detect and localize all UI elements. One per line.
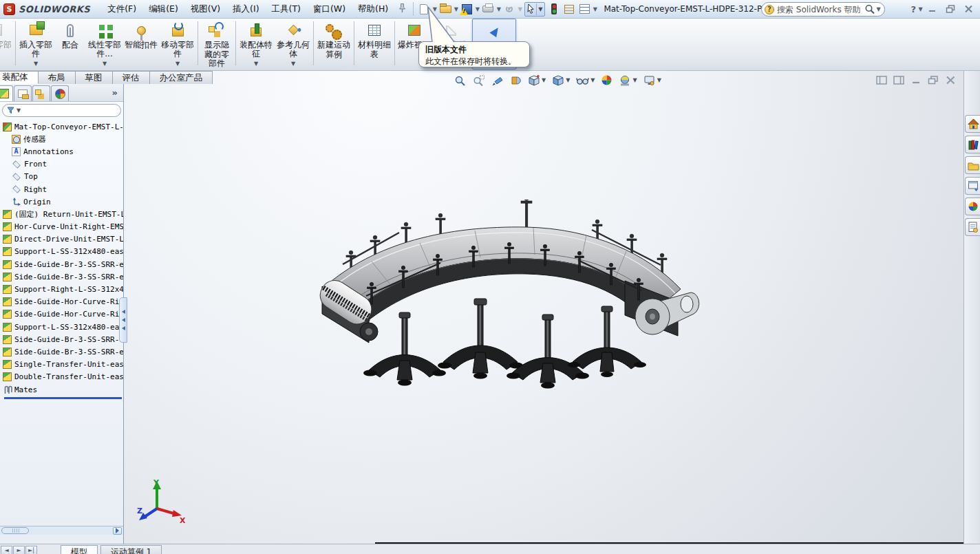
- tree-horizontal-scrollbar[interactable]: [0, 526, 123, 535]
- search-dropdown[interactable]: ▼: [875, 6, 882, 12]
- filter-dropdown[interactable]: ▼: [17, 107, 21, 114]
- print-dropdown[interactable]: ▼: [496, 6, 502, 12]
- tab-scroll-last[interactable]: ►|: [25, 546, 37, 554]
- menu-help[interactable]: 帮助(H): [352, 1, 394, 18]
- menu-window[interactable]: 窗口(W): [307, 1, 352, 18]
- tree-item-mates[interactable]: Mates: [3, 383, 123, 396]
- smart-fasteners-button[interactable]: 智能扣件: [123, 19, 159, 70]
- view-orientation-icon[interactable]: ▼: [526, 74, 547, 87]
- model-tab[interactable]: 模型: [61, 545, 98, 554]
- configuration-manager-tab[interactable]: [32, 85, 50, 101]
- display-manager-tab[interactable]: [51, 85, 69, 101]
- rollback-bar[interactable]: [4, 397, 122, 399]
- tree-item-front-plane[interactable]: Front: [3, 158, 123, 171]
- mate-button[interactable]: 配合: [54, 19, 86, 70]
- rebuild-traffic-light-icon[interactable]: [546, 1, 562, 17]
- tree-item-component[interactable]: Hor-Curve-Unit-Right-EMST: [3, 221, 123, 233]
- show-hidden-components-button[interactable]: 显示隐藏的零部件: [200, 19, 234, 70]
- reference-geometry-button[interactable]: 参考几何体▼: [275, 19, 312, 70]
- tree-item-component[interactable]: Side-Guide-Hor-Curve-Righ: [3, 296, 123, 308]
- file-properties-button[interactable]: [562, 1, 577, 17]
- print-button[interactable]: [480, 1, 496, 17]
- apply-scene-dropdown[interactable]: ▼: [632, 77, 637, 83]
- apply-scene-icon[interactable]: ▼: [617, 74, 638, 87]
- tree-item-component[interactable]: Side-Guide-Br-3-SS-SRR-ea: [3, 270, 123, 283]
- property-manager-tab[interactable]: [14, 85, 32, 101]
- edit-appearance-icon[interactable]: [599, 74, 614, 87]
- tree-item-component[interactable]: Support-L-SS-312x480-easy: [3, 321, 123, 333]
- linear-component-pattern-button[interactable]: 线性零部件...▼: [86, 19, 123, 70]
- panel-collapse-grip[interactable]: [119, 297, 127, 343]
- view-palette-icon[interactable]: [965, 177, 980, 195]
- tree-item-component[interactable]: Single-Transfer-Unit-easy: [3, 359, 123, 371]
- tree-filter-input[interactable]: ▼: [2, 104, 121, 117]
- collapse-left-pane-icon[interactable]: [875, 75, 888, 85]
- restore-doc-icon[interactable]: [927, 75, 939, 85]
- zoom-to-area-icon[interactable]: [471, 74, 487, 87]
- feature-manager-tab[interactable]: [0, 85, 13, 101]
- tree-item-component[interactable]: Direct-Drive-Unit-EMST-L-: [3, 233, 123, 246]
- tree-item-right-plane[interactable]: Right: [3, 183, 123, 195]
- tree-item-component[interactable]: (固定) Return-Unit-EMST-L: [3, 208, 123, 220]
- previous-view-icon[interactable]: [490, 74, 505, 87]
- view-orientation-dropdown[interactable]: ▼: [542, 77, 546, 83]
- assembly-features-button[interactable]: 装配体特征▼: [237, 19, 275, 70]
- tree-item-component[interactable]: Side-Guide-Br-3-SS-SRR-ea: [3, 345, 123, 358]
- view-settings-dropdown[interactable]: ▼: [657, 77, 661, 83]
- tree-item-component[interactable]: Support-L-SS-312x480-easy: [3, 246, 123, 258]
- pin-menu-icon[interactable]: [398, 3, 406, 15]
- tab-scroll-first[interactable]: ◄: [1, 546, 12, 554]
- insert-component-button[interactable]: 插入零部件▼: [17, 19, 54, 70]
- tree-item-top-plane[interactable]: Top: [3, 171, 123, 183]
- close-window-button[interactable]: [960, 3, 977, 15]
- save-dropdown[interactable]: ▼: [474, 6, 480, 12]
- menu-insert[interactable]: 插入(I): [226, 1, 265, 18]
- tab-evaluate[interactable]: 评估: [113, 71, 150, 84]
- display-style-dropdown[interactable]: ▼: [566, 77, 570, 83]
- view-settings-icon[interactable]: ▼: [642, 74, 663, 87]
- tab-layout[interactable]: 布局: [39, 71, 76, 84]
- tree-item-root[interactable]: Mat-Top-Conveyor-EMST-L-HDPE-: [3, 120, 123, 133]
- menu-edit[interactable]: 编辑(E): [142, 1, 184, 18]
- tree-item-component[interactable]: Side-Guide-Br-3-SS-SRR-ea: [3, 258, 123, 270]
- close-doc-icon[interactable]: [944, 75, 957, 85]
- design-library-icon[interactable]: [965, 136, 980, 153]
- search-input[interactable]: [777, 5, 864, 14]
- tab-scroll-next[interactable]: ►: [13, 546, 25, 554]
- tree-item-component[interactable]: Double-Transfer-Unit-easy: [3, 371, 123, 383]
- tree-item-origin[interactable]: Origin: [3, 195, 123, 208]
- hide-show-dropdown[interactable]: ▼: [590, 77, 595, 83]
- file-explorer-icon[interactable]: [965, 156, 980, 174]
- zoom-fit-icon[interactable]: [453, 74, 468, 87]
- collapse-right-pane-icon[interactable]: [893, 75, 905, 85]
- select-dropdown[interactable]: ▼: [536, 3, 544, 15]
- tree-item-component[interactable]: Side-Guide-Br-3-SS-SRR-ea: [3, 333, 123, 345]
- menu-tools[interactable]: 工具(T): [266, 1, 307, 18]
- tree-item-component[interactable]: Support-Right-L-SS-312x48: [3, 283, 123, 295]
- motion-study-tab[interactable]: 运动算例 1: [100, 545, 162, 554]
- restore-window-button[interactable]: [942, 3, 959, 15]
- help-button[interactable]: ?: [910, 4, 916, 14]
- display-style-icon[interactable]: ▼: [551, 74, 571, 87]
- tab-assembly[interactable]: 装配体: [0, 71, 39, 84]
- tree-item-component[interactable]: Side-Guide-Hor-Curve-Righ: [3, 308, 123, 321]
- menu-view[interactable]: 视图(V): [184, 1, 226, 18]
- move-component-button[interactable]: 移动零部件▼: [159, 19, 196, 70]
- section-view-icon[interactable]: [509, 74, 523, 87]
- bill-of-materials-button[interactable]: 材料明细表: [356, 19, 393, 70]
- model-3d[interactable]: [303, 200, 702, 392]
- tree-item-annotations[interactable]: Annotations: [3, 145, 123, 158]
- scrollbar-right-arrow[interactable]: [113, 527, 122, 535]
- undo-button[interactable]: [502, 1, 517, 17]
- scrollbar-thumb[interactable]: [1, 527, 29, 534]
- solidworks-resources-icon[interactable]: [965, 115, 980, 133]
- tab-office-products[interactable]: 办公室产品: [150, 71, 213, 84]
- expand-panel-chevron[interactable]: »: [112, 87, 118, 98]
- graphics-viewport[interactable]: ▼ ▼ ▼ ▼ ▼: [124, 71, 963, 544]
- minimize-window-button[interactable]: [924, 3, 941, 15]
- minimize-doc-icon[interactable]: [910, 75, 922, 85]
- new-motion-study-button[interactable]: 新建运动算例: [315, 19, 352, 70]
- search-icon[interactable]: [864, 4, 875, 14]
- options-dropdown[interactable]: ▼: [592, 6, 598, 12]
- hide-show-items-icon[interactable]: ▼: [575, 74, 596, 87]
